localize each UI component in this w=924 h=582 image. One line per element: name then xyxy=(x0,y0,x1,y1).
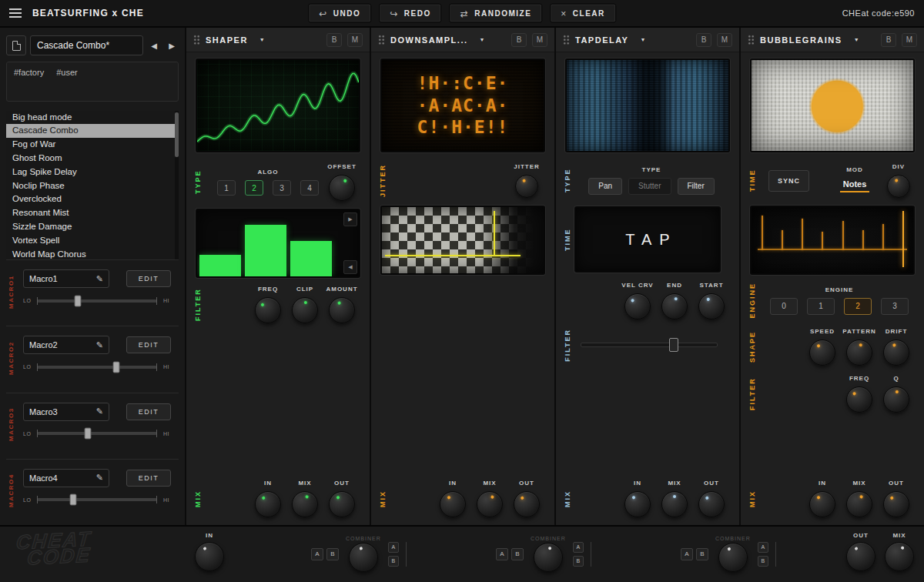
master-out-knob[interactable] xyxy=(846,542,875,571)
algo-button[interactable]: 3 xyxy=(273,180,291,196)
delay-type-button[interactable]: Filter xyxy=(678,178,715,195)
in-knob[interactable] xyxy=(624,491,651,517)
jitter-knob[interactable] xyxy=(515,175,538,198)
pencil-icon[interactable]: ✎ xyxy=(96,274,103,284)
next-preset-button[interactable]: ▶ xyxy=(165,35,179,55)
chevron-down-icon[interactable]: ▼ xyxy=(854,37,859,42)
shaper-bar[interactable] xyxy=(290,241,332,276)
macro-edit-button[interactable]: EDIT xyxy=(126,470,171,487)
pattern-knob[interactable] xyxy=(846,340,872,366)
macro-slider-handle[interactable] xyxy=(70,494,77,506)
preset-item[interactable]: Big head mode xyxy=(6,111,179,125)
drag-handle-icon[interactable] xyxy=(563,35,570,45)
preset-file-button[interactable] xyxy=(6,35,26,55)
macro-edit-button[interactable]: EDIT xyxy=(126,336,171,353)
drag-handle-icon[interactable] xyxy=(193,35,200,45)
tag-user[interactable]: #user xyxy=(56,68,78,77)
delay-type-button[interactable]: Pan xyxy=(588,178,622,195)
macro-name-field[interactable]: Macro2✎ xyxy=(23,336,109,354)
master-in-knob[interactable] xyxy=(195,542,224,571)
preset-item[interactable]: Sizzle Damage xyxy=(6,220,179,234)
shaper-bar[interactable] xyxy=(199,255,241,276)
macro-slider-handle[interactable] xyxy=(113,361,120,373)
combiner-knob[interactable] xyxy=(718,543,748,572)
macro-name-field[interactable]: Macro1✎ xyxy=(23,269,109,288)
macro-slider[interactable] xyxy=(37,366,157,369)
bypass-button[interactable]: B xyxy=(881,33,896,47)
macro-name-field[interactable]: Macro4✎ xyxy=(23,469,109,487)
clip-knob[interactable] xyxy=(292,297,318,323)
prev-preset-button[interactable]: ◀ xyxy=(147,35,161,55)
clear-button[interactable]: ×CLEAR xyxy=(550,4,615,23)
macro-edit-button[interactable]: EDIT xyxy=(126,270,171,287)
preset-item[interactable]: World Map Chorus xyxy=(6,248,179,260)
chevron-down-icon[interactable]: ▼ xyxy=(640,37,645,42)
offset-knob[interactable] xyxy=(329,175,355,201)
end-knob[interactable] xyxy=(661,293,688,319)
preset-item[interactable]: Overclocked xyxy=(6,192,179,206)
engine-button[interactable]: 1 xyxy=(807,298,835,315)
b-select-button[interactable]: B xyxy=(511,548,524,560)
engine-button[interactable]: 2 xyxy=(844,298,872,315)
undo-button[interactable]: ↩UNDO xyxy=(308,4,371,23)
combiner-knob[interactable] xyxy=(534,543,563,572)
macro-slider[interactable] xyxy=(37,299,157,303)
prev-page-button[interactable]: ◀ xyxy=(343,260,357,274)
a-select-button[interactable]: A xyxy=(311,548,323,560)
mix-knob[interactable] xyxy=(292,491,318,517)
pencil-icon[interactable]: ✎ xyxy=(96,406,103,416)
bypass-button[interactable]: B xyxy=(511,33,527,47)
freq-knob[interactable] xyxy=(846,386,872,413)
drift-knob[interactable] xyxy=(883,340,909,366)
macro-slider[interactable] xyxy=(37,432,157,435)
vel-crv-knob[interactable] xyxy=(624,293,651,319)
bypass-button[interactable]: B xyxy=(326,33,342,47)
b-select-button[interactable]: B xyxy=(696,548,708,560)
algo-button[interactable]: 1 xyxy=(217,180,236,196)
start-knob[interactable] xyxy=(698,293,725,319)
preset-item[interactable]: Lag Spike Delay xyxy=(6,166,179,179)
filter-slider[interactable] xyxy=(581,336,718,353)
q-knob[interactable] xyxy=(883,386,909,413)
pencil-icon[interactable]: ✎ xyxy=(96,473,103,483)
mute-button[interactable]: M xyxy=(717,33,732,47)
combiner-knob[interactable] xyxy=(349,543,378,572)
chevron-down-icon[interactable]: ▼ xyxy=(480,37,485,42)
in-knob[interactable] xyxy=(255,491,281,517)
engine-button[interactable]: 0 xyxy=(770,298,798,315)
route-a-button[interactable]: A xyxy=(388,542,399,553)
route-a-button[interactable]: A xyxy=(573,542,584,553)
preset-item[interactable]: Resonant Mist xyxy=(6,206,179,220)
speed-knob[interactable] xyxy=(809,340,835,366)
preset-item[interactable]: Fog of War xyxy=(6,138,179,152)
out-knob[interactable] xyxy=(698,491,725,517)
delay-type-button[interactable]: Stutter xyxy=(628,178,671,195)
redo-button[interactable]: ↪REDO xyxy=(379,4,441,23)
mix-knob[interactable] xyxy=(846,491,872,517)
preset-item[interactable]: Vortex Spell xyxy=(6,234,179,248)
next-page-button[interactable]: ▶ xyxy=(343,212,357,226)
filter-slider-handle[interactable] xyxy=(669,338,678,352)
master-mix-knob[interactable] xyxy=(885,542,914,571)
drag-handle-icon[interactable] xyxy=(378,35,385,45)
preset-item[interactable]: Cascade Combo xyxy=(6,124,179,138)
macro-slider-handle[interactable] xyxy=(75,295,82,306)
out-knob[interactable] xyxy=(514,491,540,517)
preset-item[interactable]: Noclip Phase xyxy=(6,179,179,193)
randomize-button[interactable]: ⇄RANDOMIZE xyxy=(450,4,543,23)
drag-handle-icon[interactable] xyxy=(748,35,755,45)
shaper-bar[interactable] xyxy=(245,225,286,276)
chevron-down-icon[interactable]: ▼ xyxy=(259,37,265,42)
route-b-button[interactable]: B xyxy=(573,556,584,567)
mute-button[interactable]: M xyxy=(902,33,917,47)
mix-knob[interactable] xyxy=(477,491,503,517)
b-select-button[interactable]: B xyxy=(326,548,339,560)
in-knob[interactable] xyxy=(440,491,466,517)
bypass-button[interactable]: B xyxy=(696,33,711,47)
macro-edit-button[interactable]: EDIT xyxy=(126,403,171,420)
in-knob[interactable] xyxy=(809,491,835,517)
macro-name-field[interactable]: Macro3✎ xyxy=(23,403,109,421)
route-b-button[interactable]: B xyxy=(758,556,768,567)
macro-slider-handle[interactable] xyxy=(84,428,91,440)
mod-select[interactable]: Notes xyxy=(829,178,880,196)
